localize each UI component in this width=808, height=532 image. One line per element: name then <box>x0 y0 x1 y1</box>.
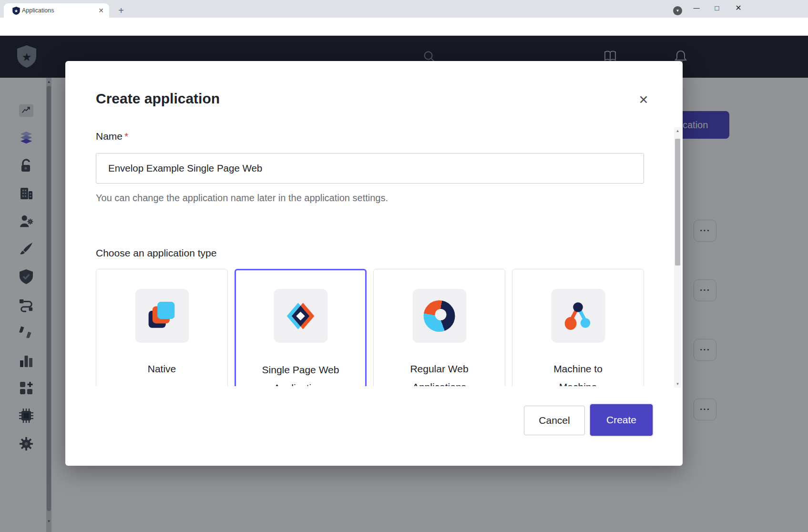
svg-text:★: ★ <box>14 9 18 13</box>
name-label: Name* <box>96 131 128 142</box>
card-title: Machine to Machine Applications <box>512 360 644 386</box>
window-close-button[interactable]: ✕ <box>731 2 746 13</box>
modal-title: Create application <box>96 91 220 107</box>
close-icon[interactable]: ✕ <box>635 92 652 108</box>
scroll-down-icon[interactable]: ▼ <box>675 382 680 386</box>
browser-toolbar: ← → ⟳ manage.auth0.com/dashboard/eu/drea… <box>0 18 808 36</box>
name-help-text: You can change the application name late… <box>96 193 388 204</box>
machine-to-machine-icon <box>551 289 605 343</box>
required-asterisk: * <box>124 131 128 142</box>
new-tab-button[interactable]: + <box>114 4 128 17</box>
auth0-favicon: ★ <box>12 7 20 15</box>
tab-search-icon[interactable]: ▼ <box>673 6 682 15</box>
application-type-label: Choose an application type <box>96 247 216 259</box>
app-type-card-single-page[interactable]: Single Page Web Applications <box>235 269 367 386</box>
modal-scrollbar[interactable]: ▲ ▼ <box>674 127 681 388</box>
regular-web-app-icon <box>412 289 466 343</box>
create-application-modal: Create application ✕ Name* You can chang… <box>65 61 683 466</box>
native-icon <box>135 289 189 343</box>
tab-close-icon[interactable]: ✕ <box>97 6 105 15</box>
scroll-up-icon[interactable]: ▲ <box>675 129 680 133</box>
app-type-card-machine-to-machine[interactable]: Machine to Machine Applications <box>512 269 644 386</box>
card-title: Native <box>96 360 227 378</box>
application-name-input[interactable] <box>96 153 644 184</box>
modal-scrollbar-thumb[interactable] <box>675 139 680 266</box>
create-button[interactable]: Create <box>590 404 653 436</box>
application-type-cards: Native Single Page Web Applications <box>96 269 645 386</box>
cancel-button[interactable]: Cancel <box>524 406 585 435</box>
tab-title: Applications <box>22 7 97 14</box>
card-title: Single Page Web Applications <box>236 361 365 386</box>
browser-tab[interactable]: ★ Applications ✕ <box>4 3 109 18</box>
window-minimize-button[interactable]: — <box>689 2 704 13</box>
app-type-card-native[interactable]: Native <box>96 269 228 386</box>
card-title: Regular Web Applications <box>374 360 505 386</box>
single-page-app-icon <box>274 289 327 343</box>
app-type-card-regular-web[interactable]: Regular Web Applications <box>373 269 505 386</box>
browser-tab-strip: ★ Applications ✕ + ▼ — □ ✕ <box>0 0 808 18</box>
window-maximize-button[interactable]: □ <box>710 2 724 13</box>
